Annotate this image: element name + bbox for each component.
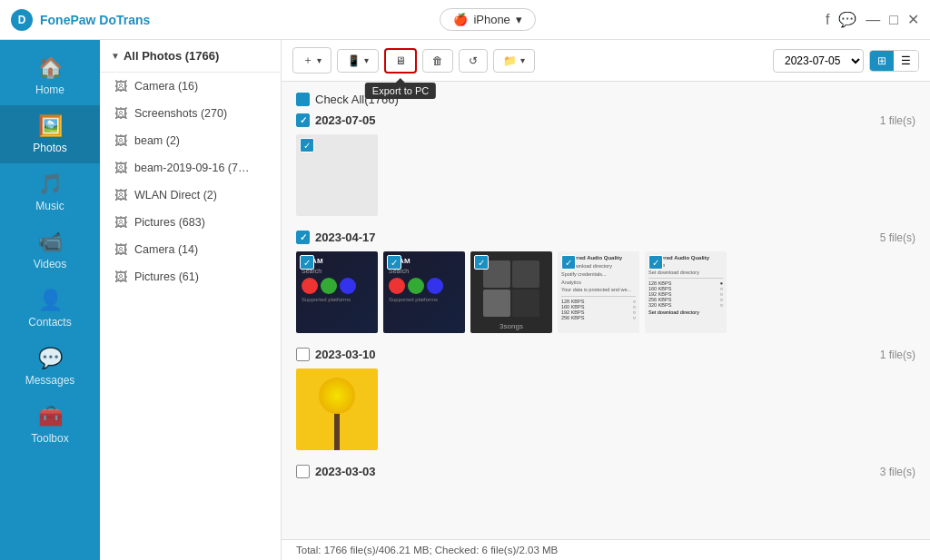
restore-button[interactable]: □: [889, 12, 898, 28]
date-header-2023-07-05: ✓ 2023-07-05 1 file(s): [296, 113, 915, 127]
album-icon: 🖼: [114, 79, 127, 93]
sidebar-item-home[interactable]: 🏠 Home: [0, 47, 100, 105]
add-icon: ＋: [302, 53, 313, 68]
content-area: ＋ ▾ 📱 ▾ 🖥 Export to PC 🗑 ↺ 📁 ▾: [282, 40, 930, 560]
album-beam-2019[interactable]: 🖼 beam-2019-09-16 (7…: [100, 154, 281, 182]
album-name: WLAN Direct (2): [134, 189, 217, 201]
photo-thumb[interactable]: ✓: [296, 134, 378, 216]
file-count: 1 file(s): [880, 114, 915, 127]
section-checkbox[interactable]: [296, 348, 310, 361]
sidebar-label-videos: Videos: [34, 258, 66, 270]
sidebar-item-toolbox[interactable]: 🧰 Toolbox: [0, 396, 100, 454]
sidebar-label-messages: Messages: [25, 374, 75, 387]
app-logo: D: [11, 9, 33, 31]
photo-grid-2023-07-05: ✓: [296, 134, 915, 216]
add-button[interactable]: ＋ ▾: [292, 47, 331, 74]
photo-thumb[interactable]: Preferred Audio Quality Set download dir…: [558, 251, 639, 333]
close-button[interactable]: ✕: [907, 11, 919, 28]
thumb-checkbox[interactable]: ✓: [300, 255, 314, 270]
section-2023-07-05: ✓ 2023-07-05 1 file(s) ✓: [296, 113, 915, 216]
photo-thumb[interactable]: 3songs ✓: [470, 251, 552, 333]
check-all-checkbox[interactable]: [296, 93, 310, 106]
thumb-checkbox[interactable]: ✓: [561, 255, 576, 270]
photo-grid-2023-04-17: BEAM Search Supported platforms ✓: [296, 251, 915, 333]
date-text: 2023-07-05: [315, 113, 376, 127]
section-2023-03-03: 2023-03-03 3 file(s): [296, 465, 915, 478]
add-dropdown-icon: ▾: [317, 55, 322, 65]
main-layout: 🏠 Home 🖼️ Photos 🎵 Music 📹 Videos 👤 Cont…: [0, 40, 930, 560]
file-count: 3 file(s): [880, 466, 915, 478]
refresh-button[interactable]: ↺: [459, 49, 488, 73]
check-all-label: Check All(1766): [315, 93, 399, 106]
album-name: Pictures (61): [134, 270, 199, 283]
thumb-checkbox[interactable]: ✓: [387, 255, 401, 270]
device-selector[interactable]: 🍎 iPhone ▾: [440, 8, 535, 31]
photos-icon: 🖼️: [38, 114, 63, 138]
photo-grid-2023-03-10: [296, 368, 915, 450]
check-all-row: Check All(1766): [296, 93, 915, 106]
all-photos-label: All Photos (1766): [124, 49, 219, 63]
export-device-button[interactable]: 📱 ▾: [337, 49, 379, 73]
album-icon: 🖼: [114, 133, 127, 148]
export-device-dropdown-icon: ▾: [364, 55, 369, 65]
photo-thumb[interactable]: Preferred Audio Quality System Set downl…: [645, 251, 727, 333]
title-bar: D FonePaw DoTrans 🍎 iPhone ▾ f 💬 — □ ✕: [0, 0, 930, 40]
photo-thumb[interactable]: BEAM Search Supported platforms ✓: [296, 251, 378, 333]
album-name: Screenshots (270): [134, 107, 227, 120]
section-checkbox[interactable]: ✓: [296, 113, 310, 127]
grid-view-button[interactable]: ⊞: [870, 51, 894, 71]
section-checkbox[interactable]: [296, 465, 310, 478]
date-header-2023-03-10: 2023-03-10 1 file(s): [296, 348, 915, 361]
message-icon[interactable]: 💬: [838, 11, 856, 28]
thumb-checkbox[interactable]: ✓: [300, 138, 314, 152]
refresh-icon: ↺: [469, 54, 478, 67]
date-text: 2023-03-03: [315, 465, 376, 478]
delete-button[interactable]: 🗑: [422, 49, 453, 73]
videos-icon: 📹: [38, 231, 63, 254]
toolbar: ＋ ▾ 📱 ▾ 🖥 Export to PC 🗑 ↺ 📁 ▾: [282, 40, 930, 82]
status-bar: Total: 1766 file(s)/406.21 MB; Checked: …: [282, 539, 930, 560]
status-text: Total: 1766 file(s)/406.21 MB; Checked: …: [296, 545, 558, 555]
minimize-button[interactable]: —: [866, 12, 880, 28]
device-name: iPhone: [473, 13, 510, 26]
thumb-checkbox[interactable]: ✓: [474, 255, 489, 270]
date-label: ✓ 2023-04-17: [296, 231, 376, 244]
sidebar-item-messages[interactable]: 💬 Messages: [0, 338, 100, 396]
sidebar-item-music[interactable]: 🎵 Music: [0, 163, 100, 221]
album-beam[interactable]: 🖼 beam (2): [100, 127, 281, 154]
facebook-icon[interactable]: f: [826, 12, 829, 28]
sidebar-label-contacts: Contacts: [28, 316, 71, 329]
sidebar-label-toolbox: Toolbox: [31, 432, 68, 445]
messages-icon: 💬: [38, 347, 63, 370]
sidebar-item-photos[interactable]: 🖼️ Photos: [0, 105, 100, 163]
album-icon: 🖼: [114, 242, 127, 257]
album-wlan-direct[interactable]: 🖼 WLAN Direct (2): [100, 182, 281, 209]
date-label: 2023-03-10: [296, 348, 376, 361]
album-pictures-683[interactable]: 🖼 Pictures (683): [100, 209, 281, 236]
date-text: 2023-04-17: [315, 231, 376, 244]
export-device-icon: 📱: [347, 54, 361, 67]
delete-icon: 🗑: [432, 54, 443, 67]
album-icon: 🖼: [114, 161, 127, 175]
list-view-button[interactable]: ☰: [894, 51, 918, 71]
section-checkbox[interactable]: ✓: [296, 231, 310, 244]
album-pictures-61[interactable]: 🖼 Pictures (61): [100, 263, 281, 290]
album-camera-16[interactable]: 🖼 Camera (16): [100, 73, 281, 100]
sidebar-item-contacts[interactable]: 👤 Contacts: [0, 280, 100, 338]
album-screenshots[interactable]: 🖼 Screenshots (270): [100, 100, 281, 127]
date-filter-select[interactable]: 2023-07-05: [773, 49, 864, 73]
photo-thumb[interactable]: BEAM Search Supported platforms ✓: [383, 251, 465, 333]
sidebar-label-home: Home: [35, 84, 64, 96]
album-name: beam-2019-09-16 (7…: [134, 162, 249, 174]
album-name: Camera (16): [134, 80, 198, 93]
toolbox-icon: 🧰: [38, 405, 63, 428]
album-camera-14[interactable]: 🖼 Camera (14): [100, 236, 281, 263]
export-pc-button[interactable]: 🖥: [384, 48, 417, 74]
sidebar: 🏠 Home 🖼️ Photos 🎵 Music 📹 Videos 👤 Cont…: [0, 40, 100, 560]
photo-area: Check All(1766) ✓ 2023-07-05 1 file(s) ✓: [282, 82, 930, 539]
thumb-checkbox[interactable]: ✓: [648, 255, 663, 270]
album-name: beam (2): [134, 134, 180, 147]
folder-button[interactable]: 📁 ▾: [493, 49, 535, 73]
photo-thumb[interactable]: [296, 368, 378, 450]
sidebar-item-videos[interactable]: 📹 Videos: [0, 221, 100, 280]
